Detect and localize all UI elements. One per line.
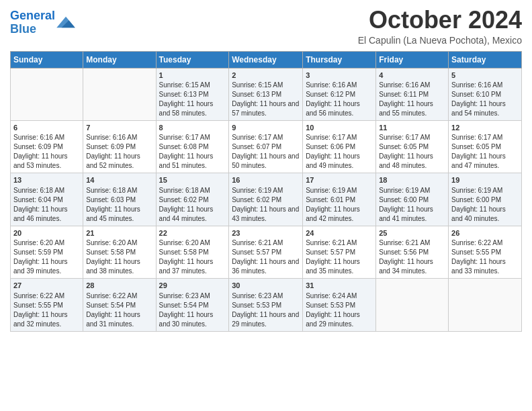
day-number: 4	[379, 71, 445, 81]
header-row: SundayMondayTuesdayWednesdayThursdayFrid…	[11, 51, 522, 68]
month-title: October 2024	[358, 7, 522, 34]
day-number: 9	[232, 123, 300, 133]
day-number: 20	[13, 228, 80, 238]
day-cell	[83, 68, 156, 120]
day-cell: 29Sunrise: 6:23 AMSunset: 5:54 PMDayligh…	[156, 279, 229, 331]
logo-icon	[56, 15, 75, 30]
day-cell: 17Sunrise: 6:19 AMSunset: 6:01 PMDayligh…	[303, 173, 376, 226]
week-row-3: 13Sunrise: 6:18 AMSunset: 6:04 PMDayligh…	[11, 173, 522, 226]
day-number: 13	[13, 175, 80, 185]
day-cell: 6Sunrise: 6:16 AMSunset: 6:09 PMDaylight…	[11, 120, 83, 173]
col-header-wednesday: Wednesday	[229, 51, 303, 68]
week-row-5: 27Sunrise: 6:22 AMSunset: 5:55 PMDayligh…	[11, 279, 522, 331]
day-cell: 21Sunrise: 6:20 AMSunset: 5:58 PMDayligh…	[83, 226, 156, 278]
day-number: 18	[379, 175, 445, 185]
day-number: 6	[13, 123, 80, 133]
day-number: 23	[232, 228, 300, 238]
day-number: 31	[306, 281, 373, 291]
col-header-thursday: Thursday	[303, 51, 376, 68]
day-cell: 2Sunrise: 6:15 AMSunset: 6:13 PMDaylight…	[229, 68, 303, 120]
day-cell	[11, 68, 83, 120]
day-cell	[376, 279, 449, 331]
page-container: General Blue October 2024 El Capulin (La…	[0, 0, 532, 338]
day-cell: 28Sunrise: 6:22 AMSunset: 5:54 PMDayligh…	[83, 279, 156, 331]
col-header-saturday: Saturday	[449, 51, 522, 68]
day-number: 14	[86, 175, 152, 185]
day-cell: 4Sunrise: 6:16 AMSunset: 6:11 PMDaylight…	[376, 68, 449, 120]
logo-text: General Blue	[10, 9, 55, 36]
day-number: 12	[451, 123, 519, 133]
day-cell	[449, 279, 522, 331]
day-cell: 13Sunrise: 6:18 AMSunset: 6:04 PMDayligh…	[11, 173, 83, 226]
day-cell: 12Sunrise: 6:17 AMSunset: 6:05 PMDayligh…	[449, 120, 522, 173]
day-number: 19	[451, 175, 519, 185]
title-block: October 2024 El Capulin (La Nueva Pochot…	[358, 7, 522, 46]
col-header-sunday: Sunday	[11, 51, 83, 68]
day-cell: 19Sunrise: 6:19 AMSunset: 6:00 PMDayligh…	[449, 173, 522, 226]
day-cell: 26Sunrise: 6:22 AMSunset: 5:55 PMDayligh…	[449, 226, 522, 278]
col-header-friday: Friday	[376, 51, 449, 68]
day-number: 27	[13, 281, 80, 291]
day-number: 28	[86, 281, 152, 291]
day-number: 17	[306, 175, 373, 185]
day-number: 24	[306, 228, 373, 238]
day-number: 7	[86, 123, 152, 133]
day-number: 29	[159, 281, 226, 291]
day-number: 5	[451, 71, 519, 81]
day-cell: 7Sunrise: 6:16 AMSunset: 6:09 PMDaylight…	[83, 120, 156, 173]
day-cell: 5Sunrise: 6:16 AMSunset: 6:10 PMDaylight…	[449, 68, 522, 120]
day-cell: 8Sunrise: 6:17 AMSunset: 6:08 PMDaylight…	[156, 120, 229, 173]
day-number: 2	[232, 71, 300, 81]
day-cell: 20Sunrise: 6:20 AMSunset: 5:59 PMDayligh…	[11, 226, 83, 278]
day-cell: 1Sunrise: 6:15 AMSunset: 6:13 PMDaylight…	[156, 68, 229, 120]
day-number: 26	[451, 228, 519, 238]
header: General Blue October 2024 El Capulin (La…	[10, 7, 522, 46]
day-cell: 9Sunrise: 6:17 AMSunset: 6:07 PMDaylight…	[229, 120, 303, 173]
col-header-monday: Monday	[83, 51, 156, 68]
day-cell: 18Sunrise: 6:19 AMSunset: 6:00 PMDayligh…	[376, 173, 449, 226]
day-cell: 23Sunrise: 6:21 AMSunset: 5:57 PMDayligh…	[229, 226, 303, 278]
day-number: 30	[232, 281, 300, 291]
day-number: 21	[86, 228, 152, 238]
day-cell: 31Sunrise: 6:24 AMSunset: 5:53 PMDayligh…	[303, 279, 376, 331]
day-number: 11	[379, 123, 445, 133]
day-number: 15	[159, 175, 226, 185]
day-cell: 16Sunrise: 6:19 AMSunset: 6:02 PMDayligh…	[229, 173, 303, 226]
day-cell: 30Sunrise: 6:23 AMSunset: 5:53 PMDayligh…	[229, 279, 303, 331]
day-number: 10	[306, 123, 373, 133]
day-number: 25	[379, 228, 445, 238]
day-number: 16	[232, 175, 300, 185]
day-cell: 25Sunrise: 6:21 AMSunset: 5:56 PMDayligh…	[376, 226, 449, 278]
day-number: 3	[306, 71, 373, 81]
logo: General Blue	[10, 9, 75, 36]
day-number: 22	[159, 228, 226, 238]
col-header-tuesday: Tuesday	[156, 51, 229, 68]
location-subtitle: El Capulin (La Nueva Pochota), Mexico	[358, 35, 522, 46]
day-number: 1	[159, 71, 226, 81]
day-cell: 24Sunrise: 6:21 AMSunset: 5:57 PMDayligh…	[303, 226, 376, 278]
day-cell: 11Sunrise: 6:17 AMSunset: 6:05 PMDayligh…	[376, 120, 449, 173]
week-row-1: 1Sunrise: 6:15 AMSunset: 6:13 PMDaylight…	[11, 68, 522, 120]
day-cell: 3Sunrise: 6:16 AMSunset: 6:12 PMDaylight…	[303, 68, 376, 120]
day-cell: 15Sunrise: 6:18 AMSunset: 6:02 PMDayligh…	[156, 173, 229, 226]
day-cell: 27Sunrise: 6:22 AMSunset: 5:55 PMDayligh…	[11, 279, 83, 331]
day-cell: 10Sunrise: 6:17 AMSunset: 6:06 PMDayligh…	[303, 120, 376, 173]
calendar-table: SundayMondayTuesdayWednesdayThursdayFrid…	[10, 51, 522, 332]
day-number: 8	[159, 123, 226, 133]
day-cell: 22Sunrise: 6:20 AMSunset: 5:58 PMDayligh…	[156, 226, 229, 278]
week-row-4: 20Sunrise: 6:20 AMSunset: 5:59 PMDayligh…	[11, 226, 522, 278]
week-row-2: 6Sunrise: 6:16 AMSunset: 6:09 PMDaylight…	[11, 120, 522, 173]
day-cell: 14Sunrise: 6:18 AMSunset: 6:03 PMDayligh…	[83, 173, 156, 226]
